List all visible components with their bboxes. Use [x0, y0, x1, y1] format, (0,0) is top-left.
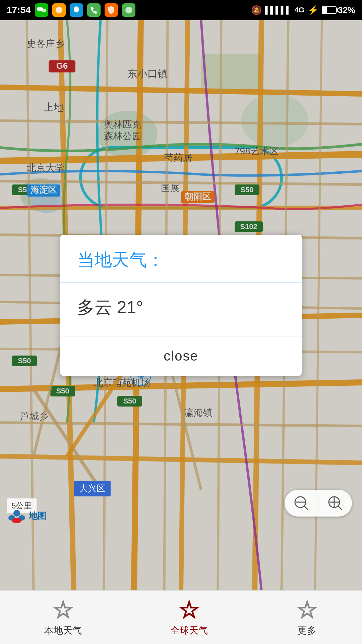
baidu-label: 地图	[29, 510, 46, 522]
charging-icon: ⚡	[308, 5, 318, 15]
game-icon	[122, 3, 135, 17]
weather-dialog: 当地天气： 多云 21° close	[60, 235, 302, 376]
dialog-content: 多云 21°	[60, 282, 302, 336]
status-bar-right: 🔕 ▌▌▌▌▌ 4G ⚡ 32%	[251, 5, 355, 15]
map-zoom-controls	[285, 490, 352, 517]
svg-point-3	[74, 6, 79, 12]
dialog-actions: close	[60, 336, 302, 376]
svg-point-76	[13, 510, 20, 517]
security-icon	[105, 3, 118, 17]
zoom-in-button[interactable]	[318, 490, 352, 517]
svg-point-1	[42, 9, 46, 12]
wechat-icon	[35, 3, 48, 17]
didi-icon	[52, 3, 66, 17]
baidu-logo: 地图	[7, 508, 46, 523]
signal-bars-icon: ▌▌▌▌▌	[265, 6, 291, 14]
svg-point-2	[56, 7, 62, 13]
global-weather-label: 全球天气	[170, 624, 208, 637]
qq-icon	[70, 3, 83, 17]
status-bar: 17:54 🔕 ▌▌▌▌▌ 4G ⚡ 32%	[0, 0, 362, 20]
svg-point-79	[12, 518, 21, 523]
zoom-out-button[interactable]	[285, 490, 318, 517]
time-display: 17:54	[7, 5, 31, 15]
bottom-navigation: ☆ 本地天气 ☆ 全球天气 ☆ 更多	[0, 590, 362, 644]
more-label: 更多	[298, 624, 316, 637]
dialog-close-button[interactable]: close	[60, 336, 302, 376]
battery-indicator: 32%	[322, 5, 355, 15]
status-bar-left: 17:54	[7, 3, 135, 17]
svg-line-86	[338, 506, 342, 510]
local-weather-star-icon: ☆	[53, 598, 74, 622]
nav-item-local-weather[interactable]: ☆ 本地天气	[44, 598, 82, 637]
phone-icon	[87, 3, 101, 17]
global-weather-star-icon: ☆	[179, 598, 200, 622]
local-weather-label: 本地天气	[44, 624, 82, 637]
dialog-title-section: 当地天气：	[60, 235, 302, 282]
battery-percent: 32%	[338, 5, 355, 15]
nav-item-global-weather[interactable]: ☆ 全球天气	[170, 598, 208, 637]
weather-condition-text: 多云 21°	[77, 296, 285, 319]
more-star-icon: ☆	[297, 598, 318, 622]
dialog-title: 当地天气：	[77, 248, 285, 272]
svg-line-82	[304, 506, 308, 510]
network-type-label: 4G	[295, 6, 304, 14]
daxing-district-label: 大兴区	[74, 481, 111, 496]
svg-point-4	[125, 7, 132, 13]
mute-icon: 🔕	[251, 5, 262, 15]
nav-item-more[interactable]: ☆ 更多	[297, 598, 318, 637]
